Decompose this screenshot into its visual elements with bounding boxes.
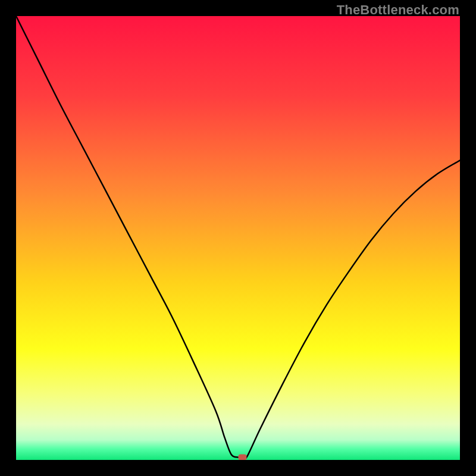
- marker-point: [238, 455, 246, 460]
- plot-background: [16, 16, 460, 460]
- chart-frame: TheBottleneck.com: [0, 0, 476, 476]
- chart-plot: [16, 16, 460, 460]
